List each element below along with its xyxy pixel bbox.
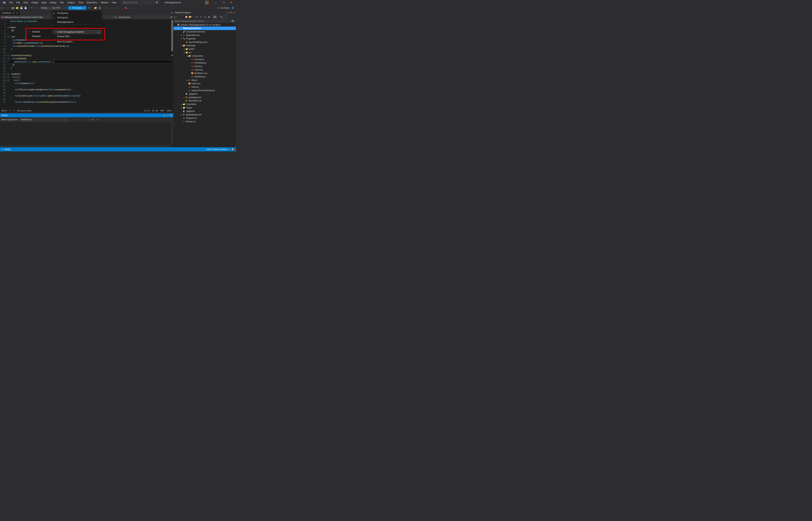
se-home-button[interactable]: 🏠 bbox=[184, 15, 188, 19]
menu-edit[interactable]: Edit bbox=[15, 1, 22, 4]
se-pending-button[interactable]: ⏱▾ bbox=[195, 15, 198, 19]
run-button[interactable]: ▶ IIS Express ▾ bbox=[68, 6, 87, 10]
run-option-iisexpress[interactable]: ▶IIS Express bbox=[52, 11, 102, 15]
se-properties-button[interactable]: 🔧 bbox=[219, 15, 223, 19]
output-scroll-v[interactable] bbox=[171, 122, 173, 145]
cursor-line[interactable]: Ln: 14 bbox=[144, 110, 150, 112]
menu-extensions[interactable]: Extensions bbox=[85, 1, 99, 4]
nav-forward-button[interactable]: → bbox=[5, 6, 9, 10]
tree-item[interactable]: ▸📁Pages bbox=[174, 106, 236, 110]
pin-icon[interactable]: 📌 bbox=[13, 12, 15, 14]
tree-item[interactable]: M↓README.md bbox=[174, 99, 236, 103]
output-close-icon[interactable]: ✕ bbox=[170, 114, 172, 116]
run-dropdown-arrow[interactable]: ▾ bbox=[84, 7, 85, 9]
comment-button[interactable]: ≡ bbox=[118, 6, 122, 10]
output-text[interactable] bbox=[0, 122, 173, 147]
tree-item[interactable]: C#Startup.cs bbox=[174, 120, 236, 123]
tree-item[interactable]: ▸JSApp.js bbox=[174, 78, 236, 82]
tree-item[interactable]: JSregisterServiceWorker.js bbox=[174, 89, 236, 92]
script-disabled-option[interactable]: Disabled bbox=[27, 34, 52, 39]
step-out-button[interactable]: ⤴ bbox=[104, 6, 108, 10]
output-prev-button[interactable]: ≡ bbox=[77, 118, 81, 121]
more-emulators-menu[interactable]: More Emulators... bbox=[52, 40, 102, 44]
solution-explorer-header[interactable]: Solution Explorer ▾ 📌 ✕ bbox=[174, 11, 236, 15]
user-avatar[interactable]: 👤 bbox=[205, 1, 209, 4]
se-view-button[interactable]: — bbox=[223, 15, 227, 19]
tree-item[interactable]: ▸∷Dependencies bbox=[174, 33, 236, 37]
tab-counter-js[interactable]: Counter.js 📌 ✕ bbox=[0, 11, 20, 15]
scrollbar-thumb[interactable] bbox=[171, 20, 173, 51]
se-refresh-button[interactable]: ⟲ bbox=[199, 15, 203, 19]
tree-item[interactable]: JSindex.js bbox=[174, 85, 236, 89]
run-option-webapplication4[interactable]: WebApplication4 bbox=[52, 20, 102, 24]
close-button[interactable]: ✕ bbox=[227, 0, 235, 5]
member-combo[interactable]: ▾ 🔧 currentCount bbox=[112, 16, 169, 19]
tree-item[interactable]: JSFetchData.js bbox=[174, 61, 236, 65]
indent-mode[interactable]: SPC bbox=[160, 110, 164, 112]
editor-scrollbar[interactable] bbox=[171, 19, 173, 109]
se-collapse-button[interactable]: ⊟ bbox=[203, 15, 207, 19]
prev-bookmark-button[interactable]: ↞ bbox=[128, 6, 132, 10]
indent-button[interactable]: ≡ bbox=[110, 6, 114, 10]
tree-item[interactable]: ▸📁public bbox=[174, 47, 236, 51]
tree-item[interactable]: JSLayout.js bbox=[174, 68, 236, 71]
output-next-button[interactable]: ≡ bbox=[83, 118, 86, 121]
browser-link-button[interactable]: 📁 bbox=[94, 6, 97, 10]
browse-with-menu[interactable]: Browse With… bbox=[52, 34, 102, 39]
se-close-icon[interactable]: ✕ bbox=[233, 12, 234, 14]
solution-explorer-search[interactable]: Search Solution Explorer (Ctrl+;) 🔍▾ bbox=[174, 19, 236, 23]
tab-close-icon[interactable]: ✕ bbox=[16, 12, 18, 14]
tree-item[interactable]: JSCounter.js bbox=[174, 58, 236, 61]
tree-item[interactable]: JSHome.js bbox=[174, 65, 236, 68]
tree-item[interactable]: 🗎launchSettings.json bbox=[174, 40, 236, 44]
outdent-button[interactable]: ≡ bbox=[114, 6, 118, 10]
tree-item[interactable]: ▾🌐WebApplication4 bbox=[174, 27, 236, 30]
tree-item[interactable]: ▸🗎package.json bbox=[174, 96, 236, 99]
menu-help[interactable]: Help bbox=[110, 1, 118, 4]
live-share-button[interactable]: ⇪ Live Share bbox=[216, 7, 231, 9]
tree-item[interactable]: ▾📁ClientApp bbox=[174, 44, 236, 47]
menu-debug[interactable]: Debug bbox=[48, 1, 58, 4]
output-wrap-button[interactable]: ↩ bbox=[96, 118, 99, 121]
cursor-char[interactable]: Ch: 48 bbox=[152, 110, 158, 112]
menu-window[interactable]: Window bbox=[99, 1, 110, 4]
tree-item[interactable]: 🔗Connected Services bbox=[174, 30, 236, 33]
save-button[interactable]: 💾 bbox=[20, 6, 23, 10]
global-search-input[interactable]: Search (Ctrl+Q) 🔍 bbox=[121, 1, 160, 4]
output-scroll-h[interactable] bbox=[0, 145, 171, 147]
script-enabled-option[interactable]: ✓Enabled bbox=[27, 29, 52, 34]
tree-item[interactable]: ▸📁Controllers bbox=[174, 103, 236, 106]
output-header[interactable]: Output ▾ 📌 ✕ bbox=[0, 113, 173, 117]
lineending-mode[interactable]: CRLF bbox=[167, 110, 172, 112]
menu-file[interactable]: File bbox=[7, 1, 15, 4]
se-preview-button[interactable]: ▣▾ bbox=[213, 15, 217, 19]
output-source-combo[interactable]: IntelliSense ▾ bbox=[20, 118, 68, 121]
split-editor-button[interactable]: ✥ bbox=[170, 16, 173, 19]
next-bookmark-button[interactable]: ↠ bbox=[132, 6, 136, 10]
feedback-button[interactable]: 👤 bbox=[231, 6, 235, 10]
se-sync-button[interactable]: 📂▾ bbox=[188, 15, 192, 19]
tree-item[interactable]: 🗎.gitignore bbox=[174, 110, 236, 113]
notifications-button[interactable]: 🔔 1 bbox=[231, 148, 234, 151]
tree-item[interactable]: ▾🔧Properties bbox=[174, 37, 236, 40]
output-find-button[interactable]: ≡ bbox=[72, 118, 76, 121]
undo-button[interactable]: ↶▾ bbox=[30, 6, 33, 10]
fold-column[interactable]: ⊟⊟⊟⊟⊟⊟⊟ bbox=[7, 19, 9, 109]
run-option-iisexpress-default[interactable]: ✓IIS Express bbox=[52, 15, 102, 20]
tree-item[interactable]: JSNavMenu.js bbox=[174, 75, 236, 78]
source-control-button[interactable]: ↑ Add to Source Control ▴ bbox=[204, 148, 229, 151]
open-button[interactable]: 📂 bbox=[15, 6, 19, 10]
tree-item[interactable]: 🎨index.css bbox=[174, 82, 236, 85]
menu-analyze[interactable]: Analyze bbox=[65, 1, 76, 4]
tree-item[interactable]: ▾📁components bbox=[174, 54, 236, 58]
picture-button[interactable]: 🖼 bbox=[98, 6, 102, 10]
new-item-button[interactable]: ▦▾ bbox=[11, 6, 15, 10]
output-pin-icon[interactable]: 📌 bbox=[166, 114, 169, 116]
platform-combo[interactable]: Any CPU▾ bbox=[51, 6, 68, 10]
tabs-overflow-button[interactable]: ▾ bbox=[170, 12, 173, 14]
menu-tools[interactable]: Tools bbox=[77, 1, 85, 4]
se-pin-icon[interactable]: 📌 bbox=[229, 12, 232, 14]
se-showall-button[interactable]: ▣ bbox=[207, 15, 211, 19]
tree-item[interactable]: ▾📁src bbox=[174, 51, 236, 54]
redo-button[interactable]: ↷▾ bbox=[34, 6, 38, 10]
